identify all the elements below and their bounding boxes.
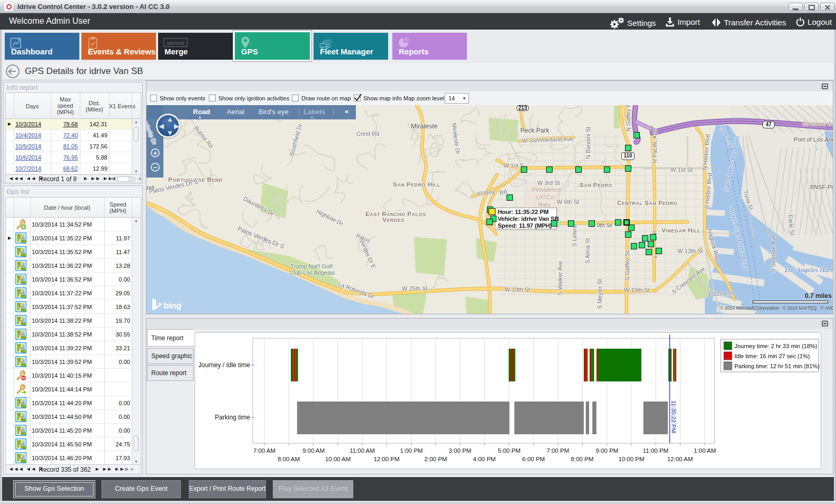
svg-text:1:00 PM: 1:00 PM: [400, 447, 423, 454]
svg-text:Idle time: 16 min 27 sec (1%): Idle time: 16 min 27 sec (1%): [734, 353, 810, 359]
svg-text:7:00 PM: 7:00 PM: [547, 447, 569, 454]
svg-text:1:00 AM: 1:00 AM: [694, 447, 716, 454]
svg-text:8:00 PM: 8:00 PM: [571, 456, 594, 462]
svg-text:Parking time: 12 hr 51 min (81: Parking time: 12 hr 51 min (81%): [734, 363, 820, 369]
svg-text:3:00 PM: 3:00 PM: [449, 447, 472, 454]
svg-text:10:00 PM: 10:00 PM: [618, 456, 644, 462]
svg-text:5:00 PM: 5:00 PM: [498, 447, 521, 454]
svg-text:11:00 AM: 11:00 AM: [350, 447, 375, 454]
svg-text:Journey time: 2 hr 33 min (18%: Journey time: 2 hr 33 min (18%): [734, 343, 817, 349]
svg-text:2:00 PM: 2:00 PM: [425, 456, 447, 462]
svg-text:9:00 PM: 9:00 PM: [596, 447, 619, 454]
svg-text:MERGE: MERGE: [167, 41, 185, 46]
svg-text:Journey / Idle time: Journey / Idle time: [198, 361, 250, 369]
svg-text:Parking time: Parking time: [215, 414, 250, 421]
svg-text:6:00 PM: 6:00 PM: [522, 456, 545, 462]
svg-text:7:00 AM: 7:00 AM: [253, 447, 275, 454]
svg-text:12:00 PM: 12:00 PM: [373, 456, 399, 462]
svg-text:bing: bing: [163, 301, 181, 311]
svg-text:9:00 AM: 9:00 AM: [302, 447, 325, 454]
svg-text:8:00 AM: 8:00 AM: [278, 456, 300, 462]
svg-text:12:00 AM: 12:00 AM: [667, 456, 693, 462]
svg-text:11:00 PM: 11:00 PM: [643, 447, 668, 454]
svg-text:11:35:22 PM: 11:35:22 PM: [670, 400, 677, 433]
svg-text:4:00 PM: 4:00 PM: [473, 456, 496, 462]
svg-text:10:00 AM: 10:00 AM: [325, 456, 351, 462]
